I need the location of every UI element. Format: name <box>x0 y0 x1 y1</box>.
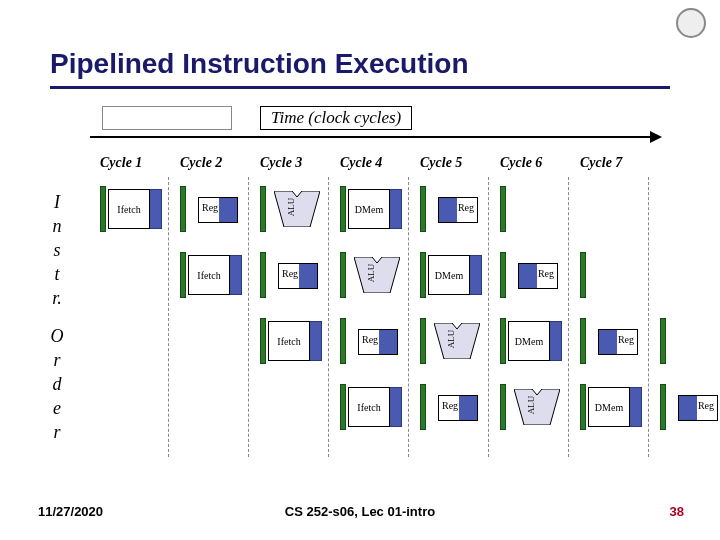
dmem-label: DMem <box>348 189 390 229</box>
latch-icon <box>340 186 346 232</box>
page-title: Pipelined Instruction Execution <box>50 48 670 89</box>
footer: 11/27/2020 CS 252-s06, Lec 01-intro 38 <box>0 504 720 524</box>
stage-reg-read: Reg <box>188 189 244 229</box>
time-axis-origin-box <box>102 106 232 130</box>
dmem-label: DMem <box>428 255 470 295</box>
instr-row: Ifetch Reg ALU DMem Reg <box>100 381 680 435</box>
reg-label: Reg <box>362 334 378 345</box>
title-region: Pipelined Instruction Execution <box>50 48 670 89</box>
cycle-label: Cycle 1 <box>100 155 142 171</box>
cycle-label: Cycle 7 <box>580 155 622 171</box>
ifetch-label: Ifetch <box>268 321 310 361</box>
stage-dmem: DMem <box>588 387 644 427</box>
latch-icon <box>420 186 426 232</box>
alu-label: ALU <box>286 189 296 225</box>
latch-icon <box>260 186 266 232</box>
pipeline-diagram: Cycle 1 Cycle 2 Cycle 3 Cycle 4 Cycle 5 … <box>100 155 680 447</box>
latch-icon <box>180 252 186 298</box>
pipeline-rows: Ifetch Reg ALU DMem Reg <box>100 183 680 435</box>
alu-label: ALU <box>366 255 376 291</box>
latch-icon <box>660 318 666 364</box>
stage-dmem: DMem <box>508 321 564 361</box>
instr-row: Ifetch Reg ALU DMem Reg <box>100 249 680 303</box>
cycle-header-row: Cycle 1 Cycle 2 Cycle 3 Cycle 4 Cycle 5 … <box>100 155 680 179</box>
latch-icon <box>420 318 426 364</box>
time-axis: Time (clock cycles) <box>90 108 660 138</box>
stage-ifetch: Ifetch <box>188 255 244 295</box>
dmem-label: DMem <box>508 321 550 361</box>
time-arrow <box>90 136 660 138</box>
stage-dmem: DMem <box>428 255 484 295</box>
cycle-label: Cycle 3 <box>260 155 302 171</box>
svg-marker-0 <box>274 191 320 227</box>
instr-row: Ifetch Reg ALU DMem Reg <box>100 183 680 237</box>
latch-icon <box>500 318 506 364</box>
time-axis-label: Time (clock cycles) <box>260 106 412 130</box>
alu-label: ALU <box>526 387 536 423</box>
svg-marker-2 <box>434 323 480 359</box>
footer-course: CS 252-s06, Lec 01-intro <box>0 504 720 519</box>
alu-label: ALU <box>446 321 456 357</box>
ifetch-label: Ifetch <box>348 387 390 427</box>
instr-row: Ifetch Reg ALU DMem Reg <box>100 315 680 369</box>
latch-icon <box>580 384 586 430</box>
latch-icon <box>180 186 186 232</box>
latch-icon <box>100 186 106 232</box>
latch-icon <box>420 384 426 430</box>
stage-reg-read: Reg <box>348 321 404 361</box>
latch-icon <box>420 252 426 298</box>
latch-icon <box>260 318 266 364</box>
cycle-label: Cycle 6 <box>500 155 542 171</box>
reg-label: Reg <box>282 268 298 279</box>
latch-icon <box>500 384 506 430</box>
wb-label: Reg <box>698 400 714 411</box>
stage-ifetch: Ifetch <box>268 321 324 361</box>
reg-label: Reg <box>442 400 458 411</box>
stage-reg-write: Reg <box>428 189 484 229</box>
latch-icon <box>340 252 346 298</box>
stage-reg-write: Reg <box>508 255 564 295</box>
cycle-label: Cycle 5 <box>420 155 462 171</box>
stage-alu: ALU <box>348 255 404 295</box>
latch-icon <box>580 318 586 364</box>
reg-label: Reg <box>202 202 218 213</box>
latch-icon <box>340 384 346 430</box>
dmem-label: DMem <box>588 387 630 427</box>
stage-reg-write: Reg <box>588 321 644 361</box>
wb-label: Reg <box>538 268 554 279</box>
stage-reg-write: Reg <box>668 387 720 427</box>
stage-reg-read: Reg <box>428 387 484 427</box>
latch-icon <box>580 252 586 298</box>
wb-label: Reg <box>618 334 634 345</box>
cycle-label: Cycle 4 <box>340 155 382 171</box>
stage-ifetch: Ifetch <box>348 387 404 427</box>
stage-dmem: DMem <box>348 189 404 229</box>
latch-icon <box>660 384 666 430</box>
stage-alu: ALU <box>428 321 484 361</box>
stage-ifetch: Ifetch <box>108 189 164 229</box>
instr-order-label: I n s t r. O r d e r <box>48 190 66 444</box>
ifetch-label: Ifetch <box>188 255 230 295</box>
stage-alu: ALU <box>268 189 324 229</box>
latch-icon <box>340 318 346 364</box>
latch-icon <box>500 186 506 232</box>
latch-icon <box>260 252 266 298</box>
svg-marker-1 <box>354 257 400 293</box>
stage-alu: ALU <box>508 387 564 427</box>
svg-marker-3 <box>514 389 560 425</box>
stage-reg-read: Reg <box>268 255 324 295</box>
cycle-label: Cycle 2 <box>180 155 222 171</box>
ifetch-label: Ifetch <box>108 189 150 229</box>
footer-page-number: 38 <box>670 504 684 519</box>
institution-logo <box>676 8 706 38</box>
wb-label: Reg <box>458 202 474 213</box>
latch-icon <box>500 252 506 298</box>
